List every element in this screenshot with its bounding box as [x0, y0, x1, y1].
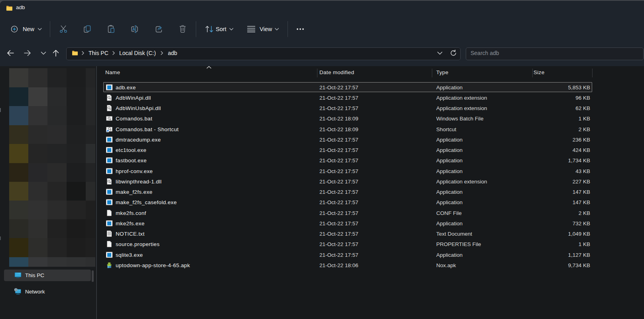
svg-text:Sort: Sort: [216, 26, 226, 32]
svg-text:New: New: [23, 26, 35, 32]
svg-text:View: View: [260, 26, 272, 32]
svg-text:A: A: [132, 27, 136, 32]
